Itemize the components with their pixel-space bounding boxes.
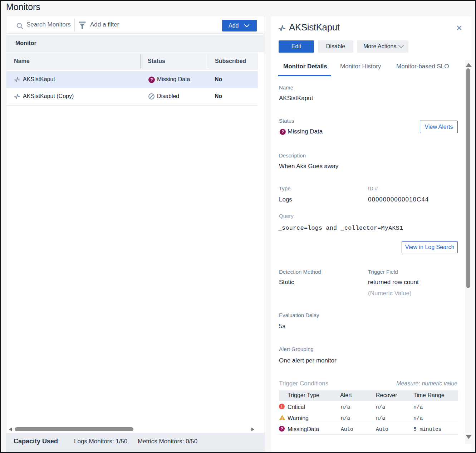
svg-text:?: ? xyxy=(281,427,283,431)
svg-text:!: ! xyxy=(281,416,283,420)
svg-text:?: ? xyxy=(150,77,153,82)
svg-text:!: ! xyxy=(281,404,283,409)
svg-text:?: ? xyxy=(281,130,284,134)
